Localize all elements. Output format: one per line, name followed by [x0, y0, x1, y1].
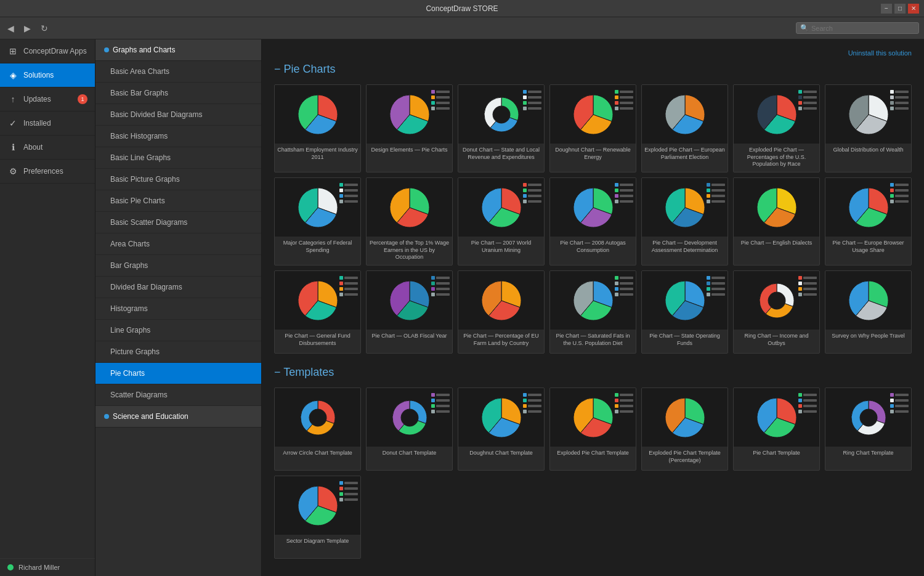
chart-card[interactable]: Pie Chart — OLAB Fiscal Year	[366, 270, 453, 354]
nav-section-title: Graphs and Charts	[113, 46, 175, 54]
sidebar-item-solutions[interactable]: ◈ Solutions	[0, 63, 95, 87]
chart-card[interactable]: Donut Chart Template	[366, 387, 453, 471]
content-area: Uninstall this solution Pie Charts Chatt…	[262, 39, 924, 576]
chart-card[interactable]: Pie Chart — Saturated Fats in the U.S. P…	[549, 270, 636, 354]
chart-card[interactable]: Design Elements — Pie Charts	[366, 84, 453, 172]
forward-button[interactable]: ▶	[22, 22, 33, 34]
nav-item-basic-bar-graphs[interactable]: Basic Bar Graphs	[95, 83, 261, 104]
chart-thumbnail	[825, 85, 911, 144]
nav-item-bar-graphs[interactable]: Bar Graphs	[95, 255, 261, 277]
chart-card[interactable]: Pie Chart — Europe Browser Usage Share	[825, 177, 912, 266]
sidebar-item-about[interactable]: ℹ About	[0, 136, 95, 160]
chart-card[interactable]: Doughnut Chart Template	[458, 387, 545, 471]
chart-card[interactable]: Pie Chart — State Operating Funds	[641, 270, 728, 354]
sidebar-solutions-label: Solutions	[23, 71, 54, 79]
chart-card[interactable]: Pie Chart — General Fund Disbursements	[274, 270, 361, 354]
chart-thumbnail	[734, 85, 819, 144]
titlebar: ConceptDraw STORE − □ ✕	[0, 0, 924, 17]
nav-item-area-charts[interactable]: Area Charts	[95, 233, 261, 255]
chart-card[interactable]: Doughnut Chart — Renewable Energy	[549, 84, 636, 172]
sidebar-preferences-label: Preferences	[23, 167, 63, 176]
nav-item-basic-line-graphs[interactable]: Basic Line Graphs	[95, 147, 261, 169]
chart-thumbnail	[642, 388, 727, 447]
chart-label: Arrow Circle Chart Template	[275, 447, 360, 470]
chart-label: Design Elements — Pie Charts	[367, 144, 452, 167]
nav-item-line-graphs[interactable]: Line Graphs	[95, 320, 261, 341]
chart-card[interactable]: Pie Chart — Development Assessment Deter…	[641, 177, 728, 266]
chart-thumbnail	[458, 178, 544, 237]
chart-thumbnail	[550, 178, 636, 237]
nav-item-divided-bar[interactable]: Divided Bar Diagrams	[95, 277, 261, 298]
chart-card[interactable]: Ring Chart — Income and Outbys	[733, 270, 820, 354]
search-box: 🔍	[796, 22, 919, 34]
main-layout: ⊞ ConceptDraw Apps ◈ Solutions ↑ Updates…	[0, 39, 924, 576]
chart-thumbnail	[825, 388, 911, 447]
chart-label: Exploded Pie Chart — European Parliament…	[642, 144, 727, 167]
chart-card[interactable]: Survey on Why People Travel	[825, 270, 912, 354]
sidebar-item-installed[interactable]: ✓ Installed	[0, 112, 95, 136]
close-button[interactable]: ✕	[908, 4, 919, 14]
chart-label: Pie Chart — General Fund Disbursements	[275, 330, 360, 353]
chart-label: Pie Chart Template	[734, 447, 819, 470]
chart-card[interactable]: Pie Chart — English Dialects	[733, 177, 820, 266]
chart-label: Ring Chart — Income and Outbys	[734, 330, 819, 353]
chart-card[interactable]: Major Categories of Federal Spending	[274, 177, 361, 266]
chart-thumbnail	[275, 476, 360, 535]
chart-label: Donut Chart Template	[367, 447, 452, 470]
chart-label: Major Categories of Federal Spending	[275, 237, 360, 260]
nav-item-scatter[interactable]: Scatter Diagrams	[95, 384, 261, 406]
nav-item-basic-histograms[interactable]: Basic Histograms	[95, 126, 261, 147]
chart-card[interactable]: Percentage of the Top 1% Wage Earners in…	[366, 177, 453, 266]
nav-item-basic-divided-bar[interactable]: Basic Divided Bar Diagrams	[95, 104, 261, 126]
sidebar-apps-label: ConceptDraw Apps	[23, 47, 87, 55]
sidebar-bottom: Richard Miller	[0, 558, 95, 576]
apps-icon: ⊞	[7, 46, 18, 57]
chart-card[interactable]: Donut Chart — State and Local Revenue an…	[458, 84, 545, 172]
refresh-button[interactable]: ↻	[38, 22, 51, 34]
chart-card[interactable]: Exploded Pie Chart — Percentages of the …	[733, 84, 820, 172]
sidebar-item-apps[interactable]: ⊞ ConceptDraw Apps	[0, 39, 95, 63]
chart-card[interactable]: Pie Chart — 2008 Autogas Consumption	[549, 177, 636, 266]
username-label: Richard Miller	[18, 564, 60, 571]
templates-grid: Arrow Circle Chart TemplateDonut Chart T…	[274, 387, 912, 559]
chart-thumbnail	[367, 388, 452, 447]
nav-item-picture-graphs[interactable]: Picture Graphs	[95, 341, 261, 363]
nav-item-pie-charts[interactable]: Pie Charts	[95, 363, 261, 384]
chart-card[interactable]: Global Distribution of Wealth	[825, 84, 912, 172]
chart-card[interactable]: Pie Chart — 2007 World Uranium Mining	[458, 177, 545, 266]
chart-card[interactable]: Arrow Circle Chart Template	[274, 387, 361, 471]
nav-item-basic-picture-graphs[interactable]: Basic Picture Graphs	[95, 169, 261, 190]
minimize-button[interactable]: −	[881, 4, 892, 14]
chart-card[interactable]: Exploded Pie Chart Template	[549, 387, 636, 471]
chart-card[interactable]: Sector Diagram Template	[274, 476, 361, 559]
chart-card[interactable]: Ring Chart Template	[825, 387, 912, 471]
user-status-dot	[7, 564, 14, 570]
nav-item-histograms[interactable]: Histograms	[95, 298, 261, 320]
sidebar: ⊞ ConceptDraw Apps ◈ Solutions ↑ Updates…	[0, 39, 95, 576]
back-button[interactable]: ◀	[5, 22, 17, 34]
chart-label: Doughnut Chart — Renewable Energy	[550, 144, 636, 167]
nav-item-basic-pie-charts[interactable]: Basic Pie Charts	[95, 190, 261, 212]
uninstall-link[interactable]: Uninstall this solution	[274, 49, 912, 57]
chart-thumbnail	[458, 271, 544, 330]
chart-label: Chattsham Employment Industry 2011	[275, 144, 360, 167]
sidebar-item-updates[interactable]: ↑ Updates 1	[0, 87, 95, 112]
chart-label: Pie Chart — Development Assessment Deter…	[642, 237, 727, 260]
search-input[interactable]	[811, 25, 910, 32]
sidebar-item-preferences[interactable]: ⚙ Preferences	[0, 160, 95, 184]
chart-card[interactable]: Chattsham Employment Industry 2011	[274, 84, 361, 172]
nav-item-basic-scatter[interactable]: Basic Scatter Diagrams	[95, 212, 261, 233]
chart-card[interactable]: Pie Chart — Percentage of EU Farm Land b…	[458, 270, 545, 354]
chart-thumbnail	[825, 178, 911, 237]
nav-item-basic-area-charts[interactable]: Basic Area Charts	[95, 61, 261, 83]
chart-thumbnail	[550, 271, 636, 330]
restore-button[interactable]: □	[894, 4, 906, 14]
chart-thumbnail	[458, 85, 544, 144]
chart-card[interactable]: Exploded Pie Chart Template (Percentage)	[641, 387, 728, 471]
chart-card[interactable]: Exploded Pie Chart — European Parliament…	[641, 84, 728, 172]
chart-thumbnail	[550, 388, 636, 447]
user-info: Richard Miller	[0, 559, 95, 576]
section-dot-2	[104, 414, 109, 419]
chart-card[interactable]: Pie Chart Template	[733, 387, 820, 471]
nav-section-2-title: Science and Education	[113, 412, 188, 421]
